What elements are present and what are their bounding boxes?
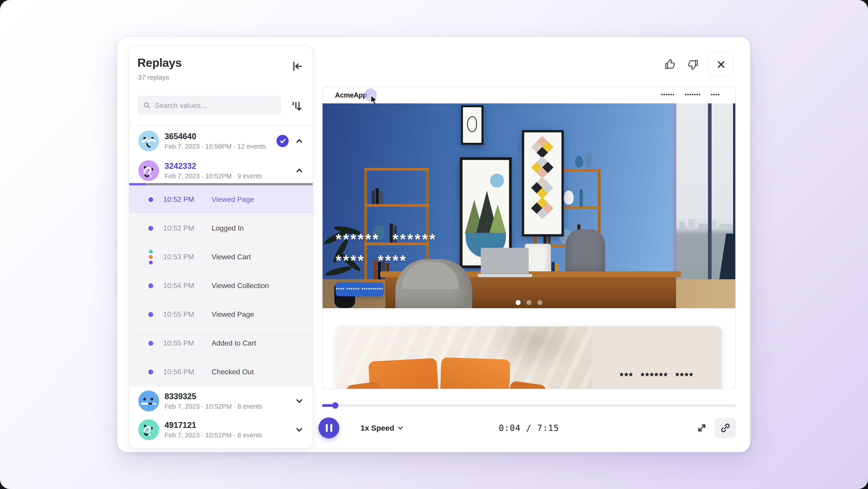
- event-row-viewed-page-1[interactable]: 10:52 PM Viewed Page: [129, 185, 313, 214]
- carousel-dots: [516, 300, 542, 305]
- event-dot-icon: [148, 283, 153, 288]
- search-row: [129, 96, 313, 125]
- sofa-photo: [336, 326, 592, 389]
- avatar: [138, 131, 159, 151]
- sort-button[interactable]: [289, 99, 304, 113]
- recorded-app-logo: AcmeApp: [335, 91, 367, 99]
- event-time: 10:52 PM: [163, 224, 204, 232]
- event-time: 10:55 PM: [163, 339, 204, 347]
- masked-hero-headline-line2: **** ****: [336, 252, 407, 269]
- event-row-viewed-collection[interactable]: 10:54 PM Viewed Collection: [129, 271, 313, 300]
- session-row-8339325[interactable]: 8339325 Feb 7, 2023 · 10:52PM · 8 events: [129, 386, 313, 415]
- event-dot-icon: [148, 226, 153, 231]
- pause-icon: [326, 424, 328, 432]
- floor-lamp: [525, 244, 551, 276]
- close-icon: [716, 59, 726, 69]
- event-label: Viewed Page: [212, 310, 254, 319]
- session-row-3242332[interactable]: 3242332 Feb 7, 2023 · 10:52PM · 9 events: [129, 156, 313, 185]
- sort-descending-icon: [290, 100, 302, 112]
- session-id: 3242332: [164, 161, 262, 171]
- thumbs-up-button[interactable]: [663, 58, 677, 71]
- link-icon: [720, 423, 731, 433]
- recorded-app-nav: ****** ******* ****: [661, 87, 720, 104]
- event-label: Checked Out: [212, 368, 254, 376]
- hero-image: ****** ****** **** **** **** ****** ****…: [322, 104, 735, 308]
- event-label: Viewed Collection: [212, 282, 269, 290]
- chevron-down-icon: [296, 426, 303, 434]
- event-time: 10:53 PM: [163, 253, 204, 261]
- pause-button[interactable]: [318, 418, 339, 438]
- event-label: Logged In: [212, 224, 244, 232]
- event-time: 10:54 PM: [163, 282, 204, 290]
- expand-session-button[interactable]: [295, 425, 304, 434]
- page-title: Replays: [137, 56, 182, 69]
- session-meta: Feb 7, 2023 · 10:51PM · 8 events: [164, 432, 262, 439]
- window-scene: [673, 104, 735, 308]
- masked-nav-item: *******: [685, 92, 701, 98]
- search-box[interactable]: [137, 96, 281, 115]
- chevron-down-icon: [296, 397, 303, 405]
- session-info: 3654640 Feb 7, 2023 · 10:58PM · 12 event…: [164, 132, 266, 150]
- session-id: 3654640: [164, 132, 266, 141]
- event-row-viewed-cart[interactable]: 10:53 PM Viewed Cart: [129, 243, 313, 271]
- event-row-viewed-page-2[interactable]: 10:55 PM Viewed Page: [129, 300, 313, 329]
- event-row-added-to-cart[interactable]: 10:55 PM Added to Cart: [129, 329, 313, 358]
- event-time: 10:55 PM: [163, 310, 204, 319]
- collapse-sidebar-button[interactable]: [290, 59, 304, 73]
- fullscreen-button[interactable]: [694, 421, 709, 435]
- collapse-session-button[interactable]: [295, 137, 304, 145]
- time-current: 0:04: [499, 423, 521, 433]
- search-input[interactable]: [155, 102, 275, 110]
- time-separator: /: [526, 423, 532, 433]
- event-dot-icon: [148, 370, 153, 374]
- session-row-4917121[interactable]: 4917121 Feb 7, 2023 · 10:51PM · 8 events: [129, 415, 313, 444]
- replay-modal: Replays 37 replays: [117, 37, 750, 452]
- session-row-actions: [276, 135, 304, 147]
- event-label: Viewed Page: [212, 195, 254, 204]
- copy-link-button[interactable]: [715, 418, 736, 438]
- event-row-logged-in[interactable]: 10:52 PM Logged In: [129, 214, 313, 243]
- event-time: 10:56 PM: [163, 368, 204, 376]
- session-meta: Feb 7, 2023 · 10:52PM · 9 events: [164, 172, 262, 180]
- masked-hero-headline-line1: ****** ******: [336, 231, 437, 248]
- event-time: 10:52 PM: [163, 195, 204, 204]
- chevron-up-icon: [296, 137, 303, 145]
- collapse-left-icon: [291, 60, 303, 72]
- masked-nav-item: ******: [661, 92, 675, 98]
- thumbs-down-button[interactable]: [686, 58, 700, 71]
- page-background: Replays 37 replays: [0, 0, 868, 489]
- event-row-checked-out[interactable]: 10:56 PM Checked Out: [129, 358, 313, 386]
- expand-session-button[interactable]: [295, 397, 304, 405]
- collapse-session-button[interactable]: [295, 166, 304, 175]
- close-button[interactable]: [709, 52, 734, 77]
- city-skyline: [676, 218, 735, 231]
- session-meta: Feb 7, 2023 · 10:58PM · 12 events: [164, 143, 266, 150]
- event-dot-icon: [148, 312, 153, 317]
- replay-viewport: AcmeApp ****** ******* ****: [322, 87, 736, 389]
- session-row-3654640[interactable]: 3654640 Feb 7, 2023 · 10:58PM · 12 event…: [129, 126, 313, 156]
- chevron-up-icon: [296, 167, 303, 174]
- session-row-actions: [295, 397, 304, 405]
- sidebar-header: Replays 37 replays: [129, 46, 313, 96]
- session-info: 3242332 Feb 7, 2023 · 10:52PM · 9 events: [164, 161, 262, 180]
- carousel-dot-active: [516, 300, 521, 305]
- seek-bar[interactable]: [322, 404, 736, 407]
- seek-handle[interactable]: [332, 402, 338, 409]
- event-dot-icon: [148, 197, 153, 202]
- replays-sidebar: Replays 37 replays: [129, 46, 313, 449]
- event-multi-dot-icon: [149, 250, 153, 264]
- masked-product-caption: *** ****** ****: [592, 371, 722, 381]
- carousel-dot: [526, 300, 531, 305]
- playback-speed-dropdown[interactable]: 1x Speed: [361, 424, 403, 432]
- session-info: 4917121 Feb 7, 2023 · 10:51PM · 8 events: [164, 421, 262, 439]
- office-chair: [565, 229, 605, 278]
- time-total: 7:15: [537, 423, 559, 433]
- event-dot-icon: [148, 341, 153, 346]
- player-controls: 1x Speed 0:04 / 7:15: [322, 415, 736, 440]
- check-icon: [279, 137, 286, 145]
- recorded-app-header: AcmeApp ****** ******* ****: [322, 87, 735, 104]
- framed-sketch: [461, 105, 484, 145]
- session-watch-progress: [129, 183, 313, 185]
- thumbs-down-icon: [686, 58, 699, 71]
- player-right-controls: [694, 418, 736, 438]
